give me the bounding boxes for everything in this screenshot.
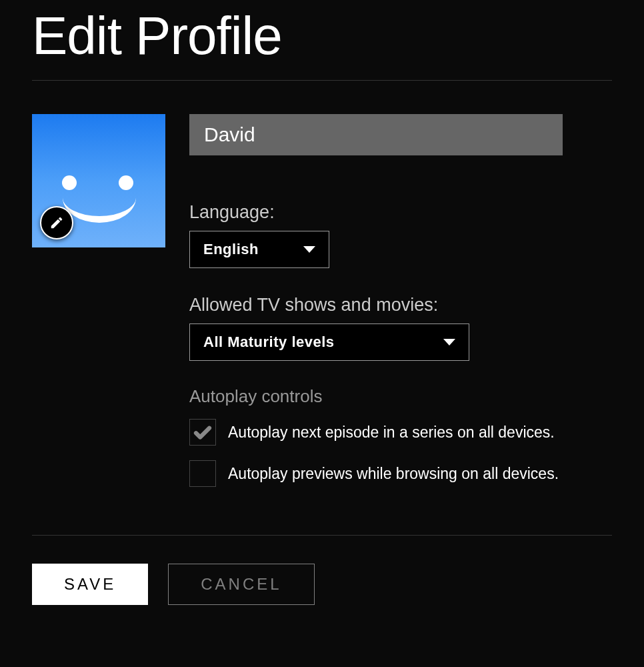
pencil-icon [49,215,64,230]
avatar-smile [63,191,136,223]
maturity-label: Allowed TV shows and movies: [189,295,612,315]
autoplay-previews-label: Autoplay previews while browsing on all … [228,465,559,483]
language-select[interactable]: English [189,231,329,268]
language-selected-value: English [203,241,259,258]
cancel-button[interactable]: CANCEL [168,564,314,605]
checkmark-icon [193,422,213,442]
button-row: SAVE CANCEL [32,536,612,632]
autoplay-heading: Autoplay controls [189,386,612,407]
page-title: Edit Profile [32,0,612,80]
autoplay-next-episode-checkbox[interactable] [189,419,216,446]
save-button[interactable]: SAVE [32,564,148,605]
language-label: Language: [189,202,612,223]
profile-name-input[interactable] [189,114,563,155]
autoplay-next-episode-label: Autoplay next episode in a series on all… [228,424,555,442]
profile-form-row: Language: English Allowed TV shows and m… [32,81,612,535]
avatar-wrapper[interactable] [32,114,165,247]
edit-avatar-button[interactable] [40,206,73,239]
caret-down-icon [303,246,315,253]
maturity-selected-value: All Maturity levels [203,334,335,351]
avatar-eye-left [62,175,77,190]
form-column: Language: English Allowed TV shows and m… [189,114,612,502]
autoplay-previews-checkbox[interactable] [189,460,216,487]
maturity-select[interactable]: All Maturity levels [189,323,469,361]
avatar-eye-right [119,175,133,190]
caret-down-icon [443,339,455,346]
autoplay-next-episode-row: Autoplay next episode in a series on all… [189,419,612,446]
autoplay-previews-row: Autoplay previews while browsing on all … [189,460,612,487]
